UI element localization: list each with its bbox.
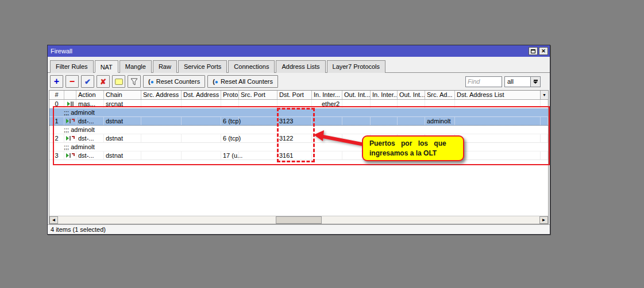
col-src-port[interactable]: Src. Port: [239, 91, 277, 99]
desktop: Firewall ✕ Filter Rules NAT Mangle Raw S…: [0, 0, 644, 288]
reset-counters-button[interactable]: (● Reset Counters: [143, 75, 205, 88]
funnel-icon: [130, 78, 138, 85]
col-dst-port[interactable]: Dst. Port: [277, 91, 312, 99]
scrollbar-track[interactable]: [58, 216, 276, 224]
minus-icon: −: [70, 76, 75, 87]
tab-mangle[interactable]: Mangle: [119, 60, 152, 73]
col-action[interactable]: Action: [76, 91, 104, 99]
tab-strip: Filter Rules NAT Mangle Raw Service Port…: [48, 57, 550, 73]
reset-all-counters-label: Reset All Counters: [221, 78, 273, 85]
table-row[interactable]: 0 mas... srcnat ether2: [49, 100, 548, 108]
scroll-right-button[interactable]: ►: [539, 216, 548, 224]
col-dst-address-list[interactable]: Dst. Address List: [455, 91, 541, 99]
action-cell: dst-...: [76, 151, 104, 159]
filter-button[interactable]: [128, 75, 141, 88]
protocol-cell: 6 (tcp): [221, 117, 239, 125]
disable-rule-button[interactable]: ✘: [97, 75, 110, 88]
table-header: # Action Chain Src. Address Dst. Address…: [49, 91, 548, 100]
toolbar: + − ✔ ✘ (● Reset Counters (● Reset All C…: [48, 73, 550, 90]
status-bar: 4 items (1 selected): [48, 224, 550, 234]
col-dst-address[interactable]: Dst. Address: [182, 91, 221, 99]
dst-port-cell: 3161: [277, 151, 312, 159]
chevron-down-icon: ▼: [542, 93, 546, 97]
dst-nat-action-icon: [64, 151, 76, 159]
col-out-interface-list[interactable]: Out. Int...: [398, 91, 425, 99]
window-titlebar[interactable]: Firewall ✕: [48, 45, 550, 57]
col-protocol[interactable]: Proto...: [221, 91, 239, 99]
tab-address-lists[interactable]: Address Lists: [276, 60, 325, 73]
empty-list-area: [49, 160, 548, 216]
column-selector-button[interactable]: ▼: [540, 91, 548, 99]
col-src-address-list[interactable]: Src. Ad...: [425, 91, 455, 99]
src-address-list-cell: adminolt: [425, 117, 455, 125]
tab-nat[interactable]: NAT: [95, 60, 118, 73]
reset-counters-label: Reset Counters: [156, 78, 200, 85]
row-number: 3: [49, 151, 64, 159]
comment-row[interactable]: ;;; adminolt: [49, 126, 548, 134]
col-icon[interactable]: [64, 91, 76, 99]
col-out-interface[interactable]: Out. Int...: [342, 91, 371, 99]
nat-rules-list: # Action Chain Src. Address Dst. Address…: [49, 90, 549, 224]
dropdown-arrow-button[interactable]: [530, 76, 541, 87]
row-number: 0: [49, 100, 64, 108]
plus-icon: +: [54, 76, 59, 87]
firewall-window: Firewall ✕ Filter Rules NAT Mangle Raw S…: [47, 45, 550, 235]
col-in-interface-list[interactable]: In. Inter...: [371, 91, 398, 99]
col-src-address[interactable]: Src. Address: [141, 91, 182, 99]
reset-all-counters-icon: (●: [213, 78, 218, 85]
dst-port-cell: 3123: [277, 117, 312, 125]
tab-filter-rules[interactable]: Filter Rules: [50, 60, 94, 73]
dst-nat-action-icon: [64, 134, 76, 142]
dropdown-bar-icon: [534, 80, 538, 81]
row-number: 1: [49, 117, 64, 125]
comment-row[interactable]: ;;; adminolt: [49, 108, 548, 117]
chain-cell: srcnat: [104, 100, 141, 108]
comment-row[interactable]: ;;; adminolt: [49, 143, 548, 151]
masquerade-action-icon: [64, 100, 76, 108]
reset-counters-icon: (●: [148, 78, 154, 85]
scroll-right-icon: ►: [542, 218, 546, 223]
scrollbar-thumb[interactable]: [276, 216, 322, 224]
chain-cell: dstnat: [104, 117, 141, 125]
cross-icon: ✘: [100, 77, 106, 86]
maximize-button[interactable]: [529, 47, 538, 55]
horizontal-scrollbar[interactable]: ◄ ►: [49, 216, 548, 224]
table-row[interactable]: 3 dst-... dstnat 17 (u... 3161: [49, 151, 548, 160]
in-interface-cell: ether2: [312, 100, 342, 108]
dst-nat-action-icon: [64, 117, 76, 125]
protocol-cell: 6 (tcp): [221, 134, 239, 142]
col-chain[interactable]: Chain: [104, 91, 141, 99]
close-button[interactable]: ✕: [539, 47, 548, 55]
scroll-left-icon: ◄: [52, 218, 56, 223]
table-row-selected[interactable]: 1 dst-... dstnat 6 (tcp) 3123 adminolt: [49, 117, 548, 126]
tab-service-ports[interactable]: Service Ports: [178, 60, 227, 73]
close-icon: ✕: [541, 49, 546, 54]
enable-rule-button[interactable]: ✔: [81, 75, 94, 88]
action-cell: dst-...: [76, 134, 104, 142]
status-text: 4 items (1 selected): [51, 226, 106, 233]
tab-connections[interactable]: Connections: [228, 60, 275, 73]
action-cell: dst-...: [76, 117, 104, 125]
dst-port-cell: 3122: [277, 134, 312, 142]
chain-cell: dstnat: [104, 134, 141, 142]
comment-button[interactable]: [112, 75, 125, 88]
window-title: Firewall: [51, 48, 527, 55]
tab-raw[interactable]: Raw: [153, 60, 177, 73]
col-number[interactable]: #: [49, 91, 64, 99]
reset-all-counters-button[interactable]: (● Reset All Counters: [207, 75, 278, 88]
protocol-cell: 17 (u...: [221, 151, 239, 159]
tab-layer7-protocols[interactable]: Layer7 Protocols: [327, 60, 386, 73]
col-in-interface[interactable]: In. Inter...: [312, 91, 342, 99]
filter-scope-value: all: [504, 76, 530, 87]
table-row[interactable]: 2 dst-... dstnat 6 (tcp) 3122: [49, 134, 548, 143]
dropdown-triangle-icon: [533, 81, 538, 84]
filter-scope-dropdown[interactable]: all: [504, 76, 541, 87]
find-input[interactable]: [465, 76, 502, 87]
scroll-left-button[interactable]: ◄: [49, 216, 58, 224]
row-number: 2: [49, 134, 64, 142]
chain-cell: dstnat: [104, 151, 141, 159]
maximize-icon: [531, 49, 535, 53]
check-icon: ✔: [84, 77, 91, 86]
add-rule-button[interactable]: +: [50, 75, 63, 88]
remove-rule-button[interactable]: −: [65, 75, 79, 88]
